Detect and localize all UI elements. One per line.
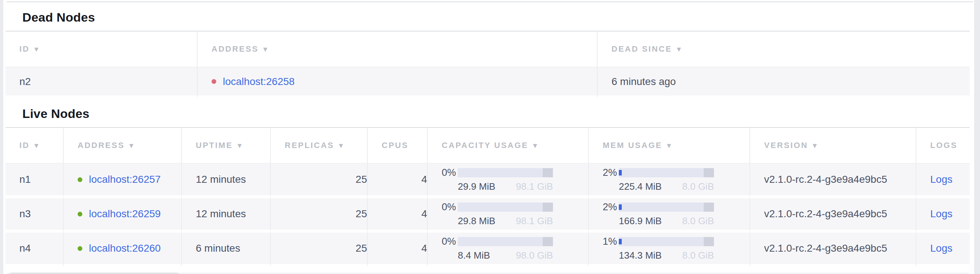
- column-header-label: VERSION: [764, 141, 808, 150]
- logs-link[interactable]: Logs: [930, 208, 953, 220]
- dead-nodes-title: Dead Nodes: [22, 10, 974, 24]
- bar-used-fill: [619, 170, 622, 175]
- bar-end-cap: [543, 237, 553, 246]
- cell-mem-usage: 2% 166.9 MiB 8.0 GiB: [588, 198, 749, 233]
- cell-dead-since: 6 minutes ago: [597, 67, 970, 99]
- column-header-cpus: CPUS: [367, 127, 427, 164]
- section-divider: [6, 2, 973, 2]
- live-status-dot: [78, 177, 82, 182]
- cell-address: localhost:26260: [63, 233, 181, 267]
- mem-used-value: 225.4 MiB: [619, 181, 662, 192]
- capacity-percent: 0%: [442, 167, 458, 178]
- cell-address: localhost:26259: [63, 198, 181, 233]
- mem-percent: 1%: [603, 236, 619, 247]
- mem-total-value: 8.0 GiB: [682, 250, 714, 261]
- mem-usage-bar: [619, 237, 714, 246]
- column-header-label: REPLICAS: [285, 141, 334, 150]
- cell-replicas: 25: [270, 164, 367, 198]
- cell-capacity-usage: 0% 29.8 MiB 98.1 GiB: [427, 198, 588, 233]
- cell-address: localhost:26258: [197, 67, 597, 99]
- cell-capacity-usage: 0% 29.9 MiB 98.1 GiB: [427, 164, 588, 198]
- cell-replicas: 25: [270, 198, 367, 233]
- column-header-label: ADDRESS: [212, 44, 259, 54]
- live-status-dot: [78, 246, 82, 251]
- cell-logs: Logs: [916, 233, 970, 267]
- sort-desc-icon: ▼: [236, 142, 243, 150]
- address-link[interactable]: localhost:26259: [89, 208, 161, 220]
- sort-desc-icon: ▼: [666, 142, 673, 150]
- cell-uptime: 12 minutes: [181, 164, 270, 198]
- logs-link[interactable]: Logs: [930, 242, 953, 254]
- mem-percent: 2%: [603, 201, 619, 213]
- sort-desc-icon: ▼: [811, 142, 818, 150]
- column-header-capacity-usage[interactable]: CAPACITY USAGE▼: [427, 127, 588, 164]
- cell-logs: Logs: [916, 198, 970, 233]
- address-link[interactable]: localhost:26258: [223, 76, 294, 88]
- mem-total-value: 8.0 GiB: [682, 215, 714, 227]
- column-header-id[interactable]: ID▼: [5, 127, 63, 164]
- mem-percent: 2%: [603, 167, 619, 178]
- cell-logs: Logs: [916, 164, 970, 198]
- scrollbar-thumb[interactable]: [10, 272, 179, 274]
- cell-version: v2.1.0-rc.2-4-g3e9a4e9bc5: [749, 164, 916, 198]
- cell-node-id: n2: [5, 67, 197, 99]
- sort-desc-icon: ▼: [33, 142, 40, 150]
- column-header-label: MEM USAGE: [603, 141, 662, 150]
- capacity-used-value: 29.9 MiB: [458, 181, 495, 192]
- column-header-label: DEAD SINCE: [611, 44, 672, 54]
- cell-node-id: n1: [5, 164, 63, 198]
- cell-replicas: 25: [270, 233, 367, 267]
- live-nodes-title: Live Nodes: [22, 107, 974, 121]
- horizontal-scrollbar[interactable]: [6, 272, 970, 274]
- column-header-replicas[interactable]: REPLICAS▼: [270, 127, 367, 164]
- cell-mem-usage: 1% 134.3 MiB 8.0 GiB: [588, 233, 749, 267]
- cell-address: localhost:26257: [63, 164, 181, 198]
- mem-total-value: 8.0 GiB: [682, 181, 714, 192]
- column-header-address[interactable]: ADDRESS▼: [197, 31, 597, 67]
- column-header-version[interactable]: VERSION▼: [749, 127, 916, 164]
- address-link[interactable]: localhost:26260: [89, 242, 161, 254]
- live-nodes-header-row: ID▼ ADDRESS▼ UPTIME▼ REPLICAS▼ CPUS CAPA…: [5, 127, 970, 164]
- column-header-logs: LOGS: [916, 127, 970, 164]
- address-link[interactable]: localhost:26257: [89, 174, 161, 185]
- capacity-total-value: 98.0 GiB: [516, 250, 553, 261]
- sort-desc-icon: ▼: [676, 45, 682, 53]
- column-header-id[interactable]: ID▼: [5, 31, 197, 67]
- table-row: n2 localhost:26258 6 minutes ago: [5, 67, 970, 99]
- capacity-percent: 0%: [442, 201, 458, 213]
- cell-node-id: n3: [5, 198, 63, 233]
- live-status-dot: [78, 212, 82, 217]
- bar-used-fill: [619, 239, 622, 244]
- column-header-label: UPTIME: [196, 141, 233, 150]
- cell-capacity-usage: 0% 8.4 MiB 98.0 GiB: [427, 233, 588, 267]
- column-header-address[interactable]: ADDRESS▼: [63, 127, 181, 164]
- mem-usage-bar: [619, 202, 714, 212]
- table-row: n4 localhost:26260 6 minutes 25 4 0%: [5, 233, 970, 267]
- sort-desc-icon: ▼: [128, 142, 135, 150]
- column-header-label: ID: [19, 44, 30, 54]
- bar-end-cap: [704, 237, 714, 246]
- bar-end-cap: [543, 168, 553, 177]
- dead-nodes-table: ID▼ ADDRESS▼ DEAD SINCE▼ n2 localhost:26…: [5, 31, 970, 99]
- column-header-mem-usage[interactable]: MEM USAGE▼: [588, 127, 749, 164]
- sort-desc-icon: ▼: [262, 45, 269, 53]
- capacity-used-value: 29.8 MiB: [458, 215, 495, 227]
- column-header-label: CPUS: [382, 141, 408, 150]
- mem-used-value: 134.3 MiB: [619, 250, 662, 261]
- column-header-uptime[interactable]: UPTIME▼: [181, 127, 270, 164]
- capacity-usage-bar: [458, 168, 553, 177]
- cell-version: v2.1.0-rc.2-4-g3e9a4e9bc5: [749, 198, 916, 233]
- capacity-usage-bar: [458, 202, 553, 212]
- sort-desc-icon: ▼: [532, 142, 539, 150]
- cell-cpus: 4: [367, 233, 427, 267]
- cell-uptime: 12 minutes: [181, 198, 270, 233]
- table-row: n3 localhost:26259 12 minutes 25 4 0%: [5, 198, 970, 233]
- bar-end-cap: [704, 202, 714, 212]
- live-nodes-table: ID▼ ADDRESS▼ UPTIME▼ REPLICAS▼ CPUS CAPA…: [5, 127, 970, 267]
- capacity-total-value: 98.1 GiB: [516, 215, 553, 227]
- capacity-total-value: 98.1 GiB: [516, 181, 553, 192]
- column-header-dead-since[interactable]: DEAD SINCE▼: [597, 31, 970, 67]
- cell-uptime: 6 minutes: [181, 233, 270, 267]
- cell-version: v2.1.0-rc.2-4-g3e9a4e9bc5: [749, 233, 916, 267]
- logs-link[interactable]: Logs: [930, 174, 953, 185]
